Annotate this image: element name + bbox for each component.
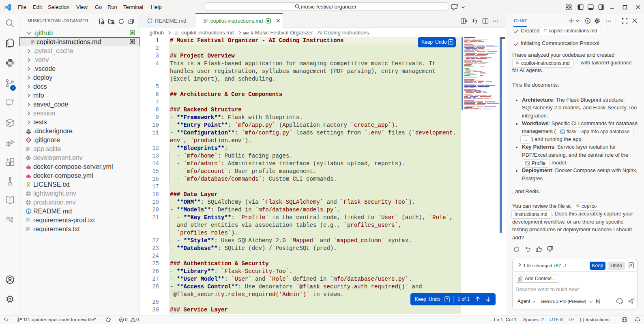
svg-text:abc: abc bbox=[243, 31, 249, 35]
